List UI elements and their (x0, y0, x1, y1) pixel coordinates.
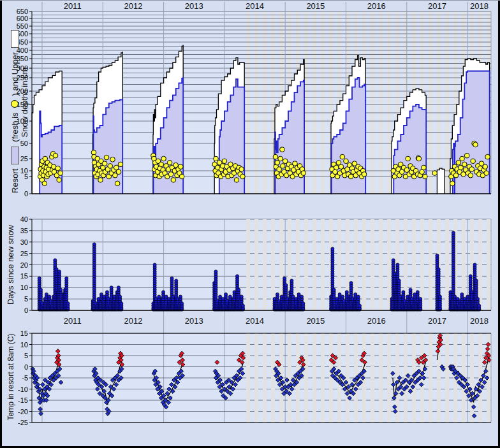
temp-ytick-label: -15 (18, 396, 28, 404)
temp-ytick-label: -20 (18, 408, 28, 415)
fresh-snow-dot (464, 153, 469, 158)
fresh-snow-dot (214, 156, 219, 161)
fresh-snow-dot (460, 156, 465, 161)
fresh-snow-dot (301, 171, 306, 176)
snow-depth-axis-label: Snow depths in cm (20, 68, 29, 138)
temp-ytick-label: 10 (20, 341, 28, 349)
year-label: 2011 (64, 1, 82, 11)
fresh-snow-dot (234, 178, 239, 183)
fresh-snow-dot (423, 174, 428, 179)
upper-swatch (11, 30, 19, 48)
panel2-axis-title: Days since new snow (5, 219, 16, 310)
chart-canvas: 6506005505004504003503002502001501005025… (0, 0, 500, 448)
fresh-snow-dot (471, 159, 476, 164)
snow-history-chart-window: 6506005505004504003503002502001501005025… (0, 0, 500, 448)
fresh-snow-dot (98, 178, 103, 183)
panel1-axis-title: Snow depths in cm (19, 11, 30, 193)
upper-label: ) and Upper (10, 52, 20, 96)
fresh-snow-dot (115, 181, 120, 186)
temp-ytick-label: -25 (18, 419, 28, 426)
year-label: 2016 (367, 1, 386, 11)
days-axis-label: Days since new snow (6, 225, 15, 305)
year-label: 2014 (246, 316, 264, 326)
fresh-snow-dot (281, 164, 286, 169)
fresh-snow-dot (55, 166, 61, 171)
temp-ytick-label: -5 (22, 374, 28, 382)
fresh-snow-dot (167, 161, 172, 166)
temp-ytick-label: 15 (20, 329, 28, 337)
fresh-snow-dot (161, 156, 166, 161)
year-label: 2015 (306, 316, 325, 326)
fresh-snow-dot (239, 167, 244, 172)
fresh-snow-dot (348, 174, 353, 179)
days-ytick-label: 25 (20, 250, 28, 257)
year-label: 2017 (428, 1, 446, 11)
temp-axis-label: Temp in resort at 8am (C) (6, 333, 15, 420)
fresh-snow-dot (278, 156, 283, 161)
days-ytick-label: 5 (24, 295, 28, 303)
fresh-snow-dot (102, 161, 107, 166)
fresh-snow-dot (280, 147, 285, 152)
fresh-prefix-label: (fresh is (10, 112, 20, 141)
year-label: 2014 (246, 1, 264, 11)
year-label: 2018 (470, 1, 489, 11)
year-label: 2013 (185, 1, 203, 11)
fresh-snow-dot (118, 162, 123, 167)
fresh-snow-dot (406, 156, 411, 161)
fresh-snow-dot (334, 165, 339, 170)
days-ytick-label: 20 (20, 261, 28, 269)
fresh-snow-dot (108, 164, 113, 169)
fresh-snow-dot (485, 154, 490, 159)
fresh-snow-dot (222, 159, 227, 164)
days-ytick-label: 15 (20, 272, 28, 280)
days-ytick-label: 0 (24, 307, 28, 314)
fresh-snow-dot (179, 174, 184, 179)
year-label: 2012 (124, 316, 142, 326)
panel3-axis-title: Temp in resort at 8am (C) (5, 331, 16, 423)
fresh-snow-dot (110, 157, 115, 162)
year-label: 2016 (367, 316, 386, 326)
days-ytick-label: 40 (20, 215, 28, 223)
fresh-snow-dot (57, 178, 62, 183)
resort-label: Resort (10, 169, 20, 193)
year-label: 2013 (185, 316, 203, 326)
fresh-snow-dot (484, 171, 489, 176)
fresh-snow-dot (58, 171, 63, 176)
fresh-snow-dot (432, 171, 438, 176)
fresh-snow-dot (483, 164, 488, 170)
fresh-snow-dot (53, 153, 58, 158)
fresh-snow-dot (416, 156, 422, 161)
resort-swatch (11, 147, 19, 164)
temp-ytick-label: 5 (24, 352, 28, 359)
fresh-snow-dot (450, 181, 455, 186)
days-ytick-label: 35 (20, 227, 28, 235)
year-label: 2015 (306, 1, 325, 11)
temp-ytick-label: -10 (18, 386, 28, 393)
fresh-snow-dot (340, 154, 345, 159)
fresh-snow-dot (469, 167, 474, 172)
fresh-snow-dot (344, 159, 349, 164)
fresh-snow-dot (473, 142, 478, 147)
temp-ytick-label: 0 (24, 363, 28, 371)
fresh-snow-dot (178, 164, 183, 170)
fresh-snow-dot (171, 178, 176, 183)
fresh-snow-dot (114, 165, 119, 170)
fresh-snow-dot (273, 154, 278, 159)
year-label: 2018 (470, 316, 489, 326)
fresh-snow-dot (462, 162, 467, 167)
year-label: 2011 (64, 316, 82, 326)
fresh-snow-dot (42, 181, 47, 186)
fresh-snow-dot (240, 174, 246, 179)
fresh-snow-dot (159, 162, 164, 167)
fresh-snow-dot (104, 155, 109, 160)
upper-depth-area (437, 168, 445, 194)
fresh-snow-dot-icon (11, 100, 18, 108)
year-label: 2017 (428, 316, 446, 326)
fresh-snow-dot (422, 165, 427, 170)
fresh-snow-dot (116, 170, 121, 175)
days-ytick-label: 10 (20, 284, 28, 291)
fresh-snow-dot (456, 161, 461, 166)
days-ytick-label: 30 (20, 238, 28, 246)
fresh-snow-dot (362, 172, 367, 177)
year-label: 2012 (124, 1, 142, 11)
